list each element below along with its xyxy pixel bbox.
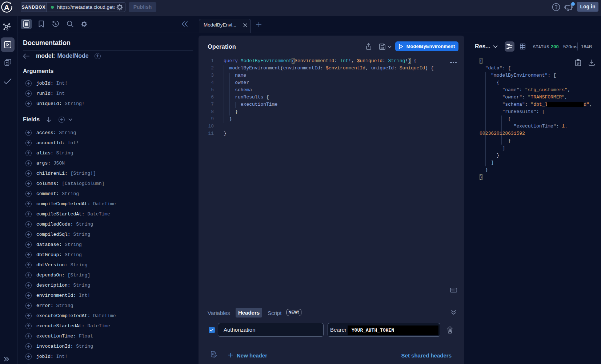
svg-text:A: A [4, 3, 9, 12]
